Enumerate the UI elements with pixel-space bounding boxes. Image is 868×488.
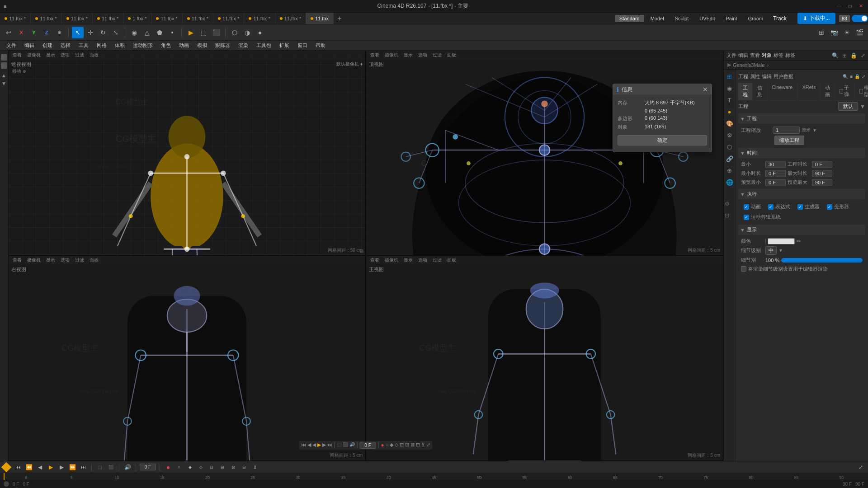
vp-rec-8[interactable]: ⊟ [416, 442, 420, 449]
vp-menu-camera-2[interactable]: 摄像机 [383, 52, 400, 58]
icon-settings[interactable]: ⚙ [725, 130, 735, 140]
vp-menu-panel-3[interactable]: 面板 [88, 257, 100, 263]
tl-frame-input[interactable] [140, 464, 156, 470]
section-execute[interactable]: ▼ 执行 [738, 189, 865, 199]
icon-material[interactable]: ◉ [725, 83, 735, 93]
vp-rec-3[interactable]: ◆ [390, 442, 393, 449]
vp-menu-filter-2[interactable]: 过滤 [431, 52, 443, 58]
menu-extensions[interactable]: 扩展 [276, 41, 293, 50]
object-icon[interactable]: ◉ [128, 27, 140, 38]
lod-dropdown[interactable]: 中 [765, 246, 777, 255]
scale-tool-icon[interactable]: ⤡ [110, 27, 122, 38]
close-button[interactable]: ✕ [857, 3, 864, 10]
tl-loop-2[interactable]: ⬛ [106, 463, 115, 472]
vp-menu-display-4[interactable]: 显示 [402, 257, 414, 263]
cb-deformer-check[interactable]: ✓ [827, 204, 832, 210]
sidebar-btn-1[interactable] [1, 54, 7, 61]
scale-input[interactable] [773, 127, 800, 134]
menu-window[interactable]: 窗口 [294, 41, 311, 50]
shading-icon[interactable]: ◑ [241, 27, 253, 38]
tab-7[interactable]: 11.fbx * [183, 13, 213, 24]
icon-object[interactable]: ⊞ [725, 71, 735, 81]
render-region-icon[interactable]: ⬚ [198, 27, 209, 38]
menu-animate[interactable]: 动画 [175, 41, 193, 50]
vp-rec-5[interactable]: ⊡ [400, 442, 404, 449]
tl-record[interactable]: ● [164, 463, 173, 472]
viewport-perspective[interactable]: 查看 摄像机 显示 选项 过滤 面板 透视视图 默认摄像机 ♦ 移动 ⊕ [8, 51, 366, 256]
attr-tab-userdata[interactable]: 用户数据 [774, 73, 793, 80]
tab-8[interactable]: 11.fbx * [213, 13, 244, 24]
menu-help[interactable]: 帮助 [312, 41, 329, 50]
vp-rec-4[interactable]: ◇ [395, 442, 398, 449]
menu-plugins[interactable]: 工具包 [253, 41, 275, 50]
vp-menu-view-2[interactable]: 查看 [369, 52, 381, 58]
vp-menu-view-4[interactable]: 查看 [369, 257, 381, 263]
vp-menu-panel-4[interactable]: 面板 [446, 257, 458, 263]
menu-tools[interactable]: 工具 [75, 41, 92, 50]
dialog-confirm-button[interactable]: 确定 [618, 135, 707, 145]
vp-rec-6[interactable]: ⊞ [405, 442, 409, 449]
vp-menu-panel-1[interactable]: 面板 [88, 52, 100, 58]
tl-prev-frame[interactable]: ⏪ [24, 463, 33, 472]
project-length-input[interactable] [812, 161, 832, 168]
tab-3[interactable]: 11.fbx * [62, 13, 93, 24]
tab-2[interactable]: 11.fbx * [31, 13, 61, 24]
vp-menu-view-3[interactable]: 查看 [11, 257, 23, 263]
tl-prev[interactable]: ◀ [35, 463, 44, 472]
vp-ctrl-4[interactable]: ▶ [322, 442, 326, 449]
vp-menu-filter-3[interactable]: 过滤 [74, 257, 85, 263]
menu-mesh[interactable]: 网格 [93, 41, 110, 50]
object-lock-icon[interactable]: 🔒 [850, 52, 857, 59]
tl-keyframe-8[interactable]: ⊻ [250, 463, 259, 472]
panel-tab-view[interactable]: 查看 [750, 52, 760, 59]
icon-world[interactable]: 🌐 [725, 177, 735, 187]
move-tool-icon[interactable]: ✛ [85, 27, 96, 38]
workspace-groom[interactable]: Groom [744, 15, 768, 22]
vp-menu-display-2[interactable]: 显示 [402, 52, 414, 58]
vp-menu-filter-4[interactable]: 过滤 [431, 257, 443, 263]
panel-tab-files[interactable]: 文件 [726, 52, 736, 59]
right-gear[interactable]: ⚙ [725, 201, 735, 211]
rptab-bullet[interactable]: 子弹 [835, 83, 855, 100]
vp-layout-1[interactable]: ⬚ [337, 442, 341, 449]
cb-animation-check[interactable]: ✓ [744, 204, 749, 210]
tl-keyframe-3[interactable]: ◇ [196, 463, 205, 472]
vp-menu-panel-2[interactable]: 面板 [446, 52, 458, 58]
tab-6[interactable]: 11.fbx * [151, 13, 182, 24]
anim-icon[interactable]: 🎬 [854, 27, 865, 38]
vp-menu-options-2[interactable]: 选项 [417, 52, 429, 58]
cb-expression-check[interactable]: ✓ [768, 204, 774, 210]
add-tab-button[interactable]: + [334, 14, 345, 23]
section-display[interactable]: ▼ 显示 [738, 225, 865, 235]
cb-generator-check[interactable]: ✓ [797, 204, 803, 210]
icon-timeline-small[interactable]: T [725, 95, 735, 105]
vp-menu-camera-3[interactable]: 摄像机 [26, 257, 42, 263]
workspace-model[interactable]: Model [646, 15, 669, 22]
tl-keyframe-4[interactable]: ⊡ [207, 463, 216, 472]
section-project[interactable]: ▼ 工程 [738, 113, 865, 124]
menu-render[interactable]: 渲染 [235, 41, 252, 50]
menu-character[interactable]: 角色 [157, 41, 175, 50]
edge-icon[interactable]: ⬟ [154, 27, 165, 38]
preview-min-input[interactable] [765, 179, 786, 186]
panel-tab-edit[interactable]: 编辑 [738, 52, 748, 59]
attr-search[interactable]: 🔍 [843, 74, 848, 79]
minimize-button[interactable]: — [835, 3, 843, 10]
color-swatch[interactable] [768, 238, 795, 244]
rptab-model[interactable]: 模型 [855, 83, 868, 100]
poly-icon[interactable]: △ [141, 27, 153, 38]
icon-extra[interactable]: ⊕ [725, 165, 735, 175]
icon-render-small[interactable]: ● [725, 107, 735, 117]
rptab-cineware[interactable]: Cineware [767, 83, 797, 100]
vp-rec-2[interactable]: ○ [386, 442, 389, 449]
menu-create[interactable]: 创建 [39, 41, 56, 50]
vp-layout-2[interactable]: ⬛ [343, 442, 348, 449]
tab-1[interactable]: 11.fbx * [0, 13, 31, 24]
menu-mograph[interactable]: 运动图形 [129, 41, 156, 50]
tl-goto-end[interactable]: ⏭ [79, 463, 88, 472]
section-time[interactable]: ▼ 时间 [738, 148, 865, 158]
tl-audio[interactable]: 🔊 [123, 463, 132, 472]
rptab-project[interactable]: 工程 [738, 83, 753, 100]
attr-lock[interactable]: 🔒 [854, 74, 860, 79]
sidebar-arrow-down[interactable]: ▼ [1, 80, 7, 87]
